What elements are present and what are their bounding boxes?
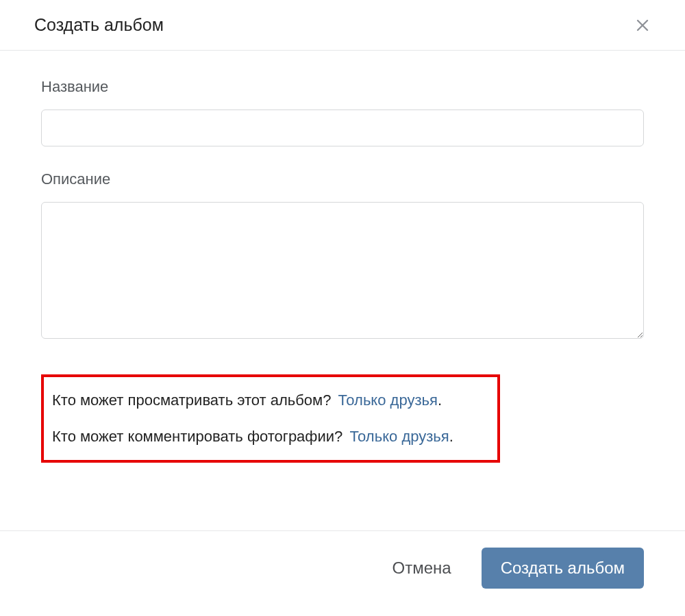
description-textarea[interactable] (41, 202, 644, 339)
privacy-highlight-box: Кто может просматривать этот альбом? Тол… (41, 374, 500, 463)
modal-title: Создать альбом (34, 15, 164, 35)
description-group: Описание (41, 170, 644, 342)
privacy-view-question: Кто может просматривать этот альбом? (52, 392, 331, 409)
privacy-view-row: Кто может просматривать этот альбом? Тол… (52, 387, 489, 415)
privacy-comment-row: Кто может комментировать фотографии? Тол… (52, 423, 489, 451)
name-group: Название (41, 78, 644, 146)
name-input[interactable] (41, 110, 644, 146)
privacy-comment-question: Кто может комментировать фотографии? (52, 428, 342, 445)
privacy-comment-value[interactable]: Только друзья (349, 428, 449, 445)
close-icon[interactable] (633, 16, 652, 35)
description-label: Описание (41, 170, 644, 188)
modal-footer: Отмена Создать альбом (0, 530, 685, 616)
privacy-comment-period: . (449, 428, 453, 445)
name-label: Название (41, 78, 644, 96)
cancel-button[interactable]: Отмена (390, 552, 454, 585)
create-album-modal: Создать альбом Название Описание Кто мож… (0, 0, 685, 616)
privacy-view-period: . (438, 392, 442, 409)
modal-body: Название Описание Кто может просматриват… (0, 51, 685, 530)
privacy-view-value[interactable]: Только друзья (338, 392, 438, 409)
modal-header: Создать альбом (0, 0, 685, 51)
create-album-button[interactable]: Создать альбом (482, 548, 644, 589)
